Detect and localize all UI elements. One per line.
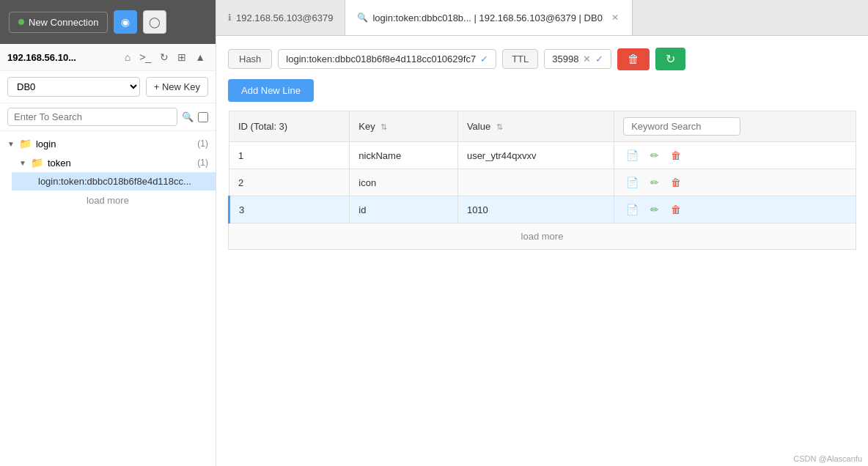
tree-count-login: (1) [197, 138, 208, 149]
content-area: Hash login:token:dbbc018b6f8e4d118cc0106… [216, 36, 868, 466]
tabs-bar: ℹ 192.168.56.103@6379 🔍 login:token:dbbc… [216, 0, 868, 36]
refresh-icon-button[interactable]: ↻ [157, 50, 172, 64]
tab-key[interactable]: 🔍 login:token:dbbc018b... | 192.168.56.1… [345, 0, 632, 35]
cell-id-2-value: 2 [238, 177, 243, 188]
tree-label-token: token [48, 158, 71, 169]
delete-button-2[interactable]: 🗑 [668, 175, 684, 190]
edit-button-3[interactable]: ✏ [647, 202, 662, 217]
sidebar-header: New Connection ◉ ◯ [0, 0, 216, 44]
table-row: 2 icon 📄 ✏ 🗑 [229, 169, 856, 196]
cell-key-2-value: icon [358, 177, 376, 188]
row-actions-2: 📄 ✏ 🗑 [623, 175, 847, 190]
clock-button[interactable]: ◯ [143, 10, 166, 34]
tree-count-token: (1) [197, 158, 208, 168]
delete-button[interactable]: 🗑 [617, 48, 650, 70]
db-selector[interactable]: DB0 [7, 77, 140, 97]
refresh-button[interactable]: ↻ [655, 48, 685, 70]
grid-icon-button[interactable]: ⊞ [174, 50, 189, 64]
copy-button-3[interactable]: 📄 [623, 202, 641, 217]
copy-button-2[interactable]: 📄 [623, 175, 641, 190]
watermark: CSDN @Alascanfu [793, 454, 862, 463]
filter-checkbox[interactable] [198, 112, 208, 122]
tab-info[interactable]: ℹ 192.168.56.103@6379 [216, 0, 345, 35]
ttl-clear-icon[interactable]: ✕ [583, 53, 591, 64]
collapse-icon-button[interactable]: ▲ [192, 50, 208, 64]
cell-value-3: 1010 [457, 196, 614, 223]
tab-close-button[interactable]: ✕ [610, 12, 620, 23]
table-body: 1 nickName user_ytr44qxvxv 📄 ✏ [229, 142, 856, 223]
row-actions-3: 📄 ✏ 🗑 [623, 202, 847, 217]
cell-value-1: user_ytr44qxvxv [457, 142, 614, 169]
new-connection-button[interactable]: New Connection [9, 12, 108, 33]
data-table: ID (Total: 3) Key ⇅ Value ⇅ [228, 111, 856, 223]
add-new-line-button[interactable]: Add New Line [228, 79, 314, 102]
key-sort-icon[interactable]: ⇅ [380, 122, 387, 131]
cell-actions-1: 📄 ✏ 🗑 [614, 142, 856, 169]
hash-value-box: login:token:dbbc018b6f8e4d118cc010629fc7… [278, 49, 496, 69]
cell-id-3: 3 [229, 196, 350, 223]
cell-id-1-value: 1 [238, 150, 243, 161]
table-header-row: ID (Total: 3) Key ⇅ Value ⇅ [229, 111, 856, 142]
ttl-label: TTL [502, 49, 538, 69]
connection-status-dot [18, 19, 24, 25]
hash-ttl-row: Hash login:token:dbbc018b6f8e4d118cc0106… [228, 48, 856, 70]
table-row: 1 nickName user_ytr44qxvxv 📄 ✏ [229, 142, 856, 169]
search-icon: 🔍 [182, 111, 194, 122]
terminal-icon-button[interactable]: >_ [136, 50, 154, 64]
search-row: 🔍 [0, 103, 216, 131]
row-actions-1: 📄 ✏ 🗑 [623, 148, 847, 163]
table-head: ID (Total: 3) Key ⇅ Value ⇅ [229, 111, 856, 142]
tree-leaf-key[interactable]: login:token:dbbc018b6f8e4d118cc... [12, 172, 216, 191]
list-view-button[interactable]: ◉ [114, 10, 137, 34]
delete-button-1[interactable]: 🗑 [668, 148, 684, 163]
copy-button-1[interactable]: 📄 [623, 148, 641, 163]
hash-label: Hash [228, 49, 272, 69]
edit-button-2[interactable]: ✏ [647, 175, 662, 190]
cell-value-1-text: user_ytr44qxvxv [467, 150, 537, 161]
new-key-label: + New Key [154, 81, 200, 92]
ttl-value-box: 35998 ✕ ✓ [544, 49, 611, 69]
tree-item-login[interactable]: ▼ 📁 login (1) [0, 134, 216, 153]
col-id-label: ID (Total: 3) [238, 121, 287, 132]
tree-subgroup-token: ▼ 📁 token (1) login:token:dbbc018b6f8e4d… [0, 153, 216, 191]
home-icon-button[interactable]: ⌂ [122, 50, 133, 64]
keyword-search-input[interactable] [623, 117, 740, 136]
db-selector-row: DB0 + New Key [0, 71, 216, 103]
new-connection-label: New Connection [29, 17, 98, 28]
col-key-label: Key [358, 121, 375, 132]
col-value: Value ⇅ [457, 111, 614, 142]
sidebar-load-more-label: load more [87, 195, 129, 206]
chevron-down-icon: ▼ [7, 140, 15, 148]
info-icon: ℹ [228, 12, 232, 23]
col-id: ID (Total: 3) [229, 111, 350, 142]
cell-id-2: 2 [229, 169, 350, 196]
tree-area: ▼ 📁 login (1) ▼ 📁 token (1) [0, 131, 216, 466]
table-load-more-label: load more [521, 231, 564, 242]
search-input[interactable] [7, 108, 177, 126]
cell-value-2 [457, 169, 614, 196]
col-value-label: Value [467, 121, 490, 132]
value-sort-icon[interactable]: ⇅ [496, 122, 503, 131]
cell-id-1: 1 [229, 142, 350, 169]
sidebar-load-more[interactable]: load more [0, 191, 216, 210]
server-actions: ⌂ >_ ↻ ⊞ ▲ [122, 50, 208, 64]
ttl-value-text: 35998 [552, 53, 578, 64]
tree-item-left-login: ▼ 📁 login [7, 138, 56, 149]
tree-group-login: ▼ 📁 login (1) ▼ 📁 token (1) [0, 134, 216, 191]
cell-value-3-text: 1010 [467, 204, 488, 215]
cell-key-1-value: nickName [358, 150, 401, 161]
chevron-down-icon-token: ▼ [19, 159, 26, 167]
table-load-more[interactable]: load more [228, 223, 856, 250]
tab-key-label: login:token:dbbc018b... | 192.168.56.103… [372, 12, 602, 23]
new-key-button[interactable]: + New Key [146, 77, 208, 97]
data-table-container: ID (Total: 3) Key ⇅ Value ⇅ [228, 111, 856, 250]
tree-item-token[interactable]: ▼ 📁 token (1) [12, 153, 216, 172]
edit-button-1[interactable]: ✏ [647, 148, 662, 163]
cell-key-1: nickName [350, 142, 458, 169]
tree-label-login: login [36, 138, 56, 149]
ttl-confirm-icon[interactable]: ✓ [595, 53, 603, 64]
add-new-line-label: Add New Line [241, 85, 301, 96]
sidebar: New Connection ◉ ◯ 192.168.56.10... ⌂ >_… [0, 0, 216, 466]
delete-button-3[interactable]: 🗑 [668, 202, 684, 217]
cell-actions-2: 📄 ✏ 🗑 [614, 169, 856, 196]
